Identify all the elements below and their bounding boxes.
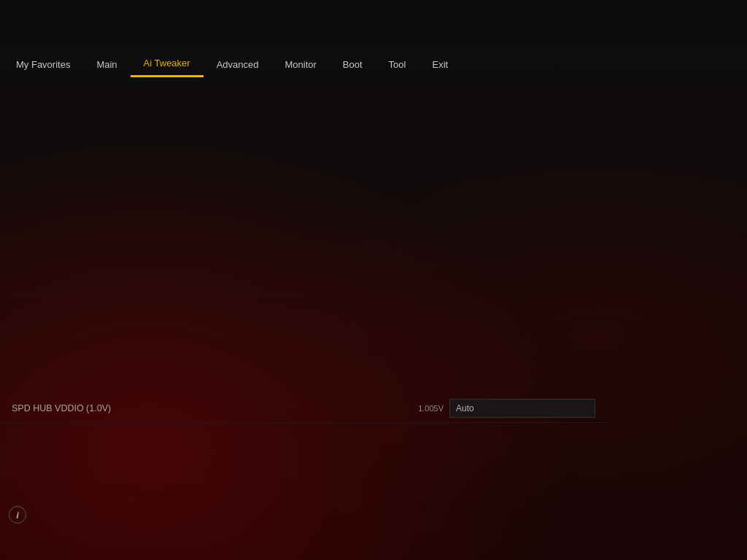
- nav-exit[interactable]: Exit: [419, 51, 461, 77]
- setting-row-spd-vddio: SPD HUB VDDIO (1.0V) 1.005V Auto: [0, 394, 607, 423]
- nav-advanced[interactable]: Advanced: [204, 51, 272, 77]
- nav-main[interactable]: Main: [83, 51, 130, 77]
- nav-ai-tweaker[interactable]: Ai Tweaker: [131, 51, 204, 77]
- nav-monitor[interactable]: Monitor: [272, 51, 330, 77]
- nav-tool[interactable]: Tool: [376, 51, 419, 77]
- spd-vddio-input[interactable]: Auto: [449, 399, 595, 418]
- info-button[interactable]: i: [9, 506, 26, 521]
- nav-my-favorites[interactable]: My Favorites: [3, 51, 83, 77]
- nav-boot[interactable]: Boot: [330, 51, 376, 77]
